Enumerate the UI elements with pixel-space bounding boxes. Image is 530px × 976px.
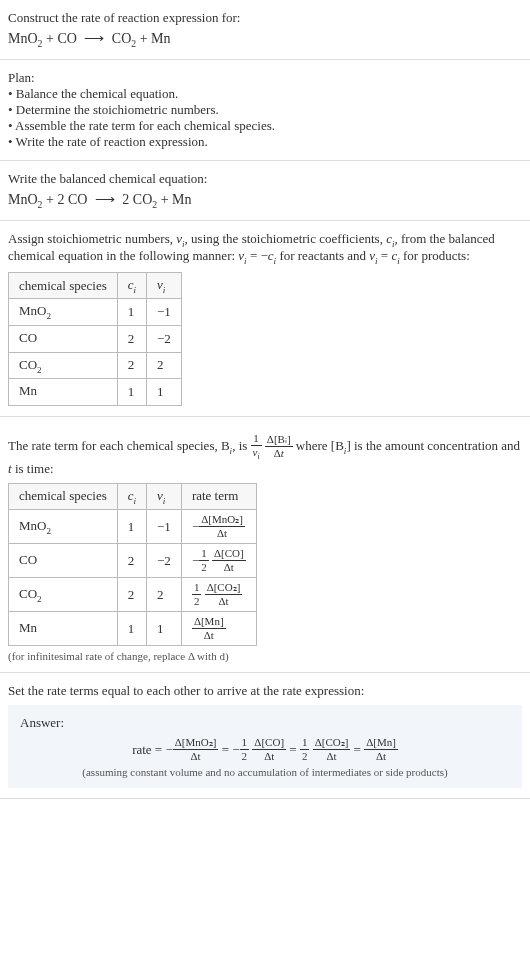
- balanced-equation: MnO2 + 2 CO ⟶ 2 CO2 + Mn: [8, 191, 522, 210]
- col-species: chemical species: [9, 483, 118, 510]
- product-2co2: 2 CO2: [122, 192, 157, 207]
- plan-heading: Plan:: [8, 70, 522, 86]
- col-ci: ci: [117, 483, 146, 510]
- product-mn: Mn: [151, 31, 170, 46]
- reaction-arrow-icon: ⟶: [84, 30, 104, 47]
- balanced-heading: Write the balanced chemical equation:: [8, 171, 522, 187]
- infinitesimal-note: (for infinitesimal rate of change, repla…: [8, 650, 522, 662]
- section-rate-terms: The rate term for each chemical species,…: [0, 417, 530, 673]
- reactant-2co: 2 CO: [57, 192, 87, 207]
- answer-heading: Set the rate terms equal to each other t…: [8, 683, 522, 699]
- section-balanced: Write the balanced chemical equation: Mn…: [0, 161, 530, 221]
- table-row: Mn 11 Δ[Mn]Δt: [9, 612, 257, 646]
- plan-item: • Write the rate of reaction expression.: [8, 134, 522, 150]
- table-row: MnO2 1−1 −Δ[MnO₂]Δt: [9, 510, 257, 544]
- section-plan: Plan: • Balance the chemical equation. •…: [0, 60, 530, 161]
- product-co2: CO2: [112, 31, 136, 46]
- stoich-text: Assign stoichiometric numbers, νi, using…: [8, 231, 522, 266]
- section-construct: Construct the rate of reaction expressio…: [0, 0, 530, 60]
- table-header-row: chemical species ci νi: [9, 272, 182, 299]
- col-species: chemical species: [9, 272, 118, 299]
- table-header-row: chemical species ci νi rate term: [9, 483, 257, 510]
- col-nui: νi: [147, 272, 182, 299]
- construct-heading: Construct the rate of reaction expressio…: [8, 10, 522, 26]
- reactant-mno2: MnO2: [8, 192, 42, 207]
- rate-term-text: The rate term for each chemical species,…: [8, 433, 522, 477]
- unbalanced-equation: MnO2 + CO ⟶ CO2 + Mn: [8, 30, 522, 49]
- answer-label: Answer:: [20, 715, 510, 731]
- rate-expression: rate = −Δ[MnO₂]Δt = −12 Δ[CO]Δt = 12 Δ[C…: [20, 737, 510, 762]
- table-row: CO 2−2 −12 Δ[CO]Δt: [9, 544, 257, 578]
- plan-item: • Balance the chemical equation.: [8, 86, 522, 102]
- table-row: CO2−2: [9, 325, 182, 352]
- answer-note: (assuming constant volume and no accumul…: [20, 766, 510, 778]
- col-ci: ci: [117, 272, 146, 299]
- plan-item: • Assemble the rate term for each chemic…: [8, 118, 522, 134]
- col-nui: νi: [147, 483, 182, 510]
- reactant-co: CO: [57, 31, 76, 46]
- answer-box: Answer: rate = −Δ[MnO₂]Δt = −12 Δ[CO]Δt …: [8, 705, 522, 788]
- table-row: MnO21−1: [9, 299, 182, 326]
- section-answer: Set the rate terms equal to each other t…: [0, 673, 530, 799]
- rate-term-table: chemical species ci νi rate term MnO2 1−…: [8, 483, 257, 647]
- frac-dB-dt: Δ[Bᵢ]Δt: [265, 434, 293, 459]
- table-row: CO222: [9, 352, 182, 379]
- reaction-arrow-icon: ⟶: [95, 191, 115, 208]
- table-row: CO2 22 12 Δ[CO₂]Δt: [9, 578, 257, 612]
- table-row: Mn11: [9, 379, 182, 406]
- col-rate-term: rate term: [181, 483, 256, 510]
- stoich-table: chemical species ci νi MnO21−1 CO2−2 CO2…: [8, 272, 182, 406]
- reactant-mno2: MnO2: [8, 31, 42, 46]
- product-mn: Mn: [172, 192, 191, 207]
- plan-item: • Determine the stoichiometric numbers.: [8, 102, 522, 118]
- section-stoich: Assign stoichiometric numbers, νi, using…: [0, 221, 530, 417]
- frac-one-over-nu: 1νi: [251, 433, 262, 461]
